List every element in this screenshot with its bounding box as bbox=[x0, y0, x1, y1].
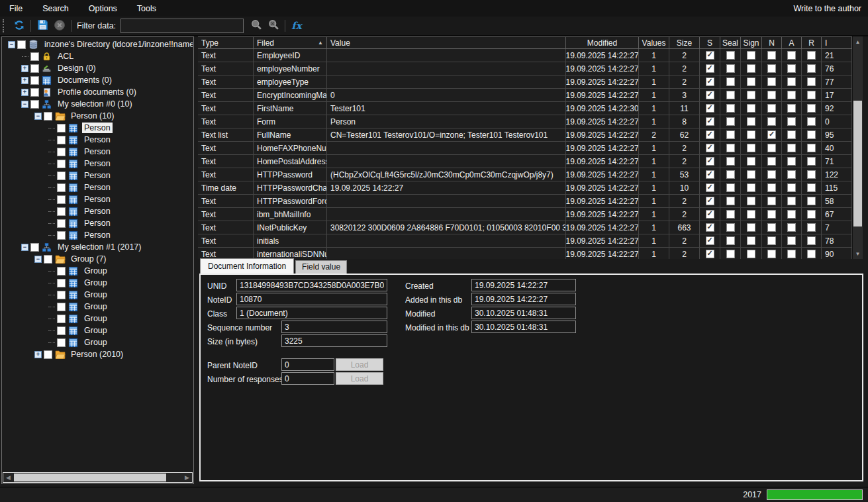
tree-checkbox[interactable] bbox=[30, 52, 39, 61]
tree-item[interactable]: Person bbox=[3, 146, 193, 158]
cell-n[interactable] bbox=[762, 195, 782, 208]
cell-n[interactable] bbox=[762, 115, 782, 128]
class-field[interactable] bbox=[236, 307, 387, 319]
cell-a[interactable] bbox=[782, 155, 802, 168]
cell-seal[interactable] bbox=[720, 102, 741, 115]
sign-checkbox[interactable] bbox=[747, 183, 755, 192]
cell-s[interactable] bbox=[700, 102, 720, 115]
n-checkbox[interactable] bbox=[767, 223, 776, 232]
cell-sign[interactable] bbox=[741, 102, 762, 115]
tree-item[interactable]: −Person (10) bbox=[3, 110, 193, 122]
tree-item-label[interactable]: Person bbox=[82, 230, 113, 240]
cell-n[interactable] bbox=[762, 62, 782, 75]
field-row[interactable]: TextHTTPPassword(HCbpZxOlCqLft4G5rc5l/zJ… bbox=[198, 168, 853, 181]
n-checkbox[interactable] bbox=[767, 91, 776, 99]
cell-n[interactable] bbox=[762, 168, 782, 181]
a-checkbox[interactable] bbox=[787, 236, 796, 245]
s-checkbox[interactable] bbox=[706, 250, 714, 258]
tree-checkbox[interactable] bbox=[44, 112, 52, 121]
cell-r[interactable] bbox=[802, 181, 822, 195]
tree-item-label[interactable]: Group bbox=[82, 301, 109, 312]
collapse-minus-icon[interactable]: − bbox=[21, 101, 28, 108]
cell-a[interactable] bbox=[782, 89, 802, 102]
cell-seal[interactable] bbox=[720, 142, 741, 155]
sign-checkbox[interactable] bbox=[747, 144, 755, 152]
n-checkbox[interactable] bbox=[767, 170, 776, 179]
a-checkbox[interactable] bbox=[787, 250, 796, 258]
cell-seal[interactable] bbox=[720, 75, 741, 89]
cell-seal[interactable] bbox=[720, 181, 741, 195]
seal-checkbox[interactable] bbox=[726, 51, 735, 60]
cell-sign[interactable] bbox=[741, 234, 762, 248]
save-button[interactable] bbox=[34, 18, 51, 34]
tree-checkbox[interactable] bbox=[57, 267, 66, 276]
cell-a[interactable] bbox=[782, 62, 802, 75]
column-header-r[interactable]: R bbox=[802, 36, 822, 49]
column-header-s[interactable]: S bbox=[700, 36, 720, 49]
tree-item[interactable]: Group bbox=[3, 289, 193, 301]
cell-seal[interactable] bbox=[720, 128, 741, 142]
cell-a[interactable] bbox=[782, 102, 802, 115]
size-field[interactable] bbox=[281, 334, 387, 347]
expand-plus-icon[interactable]: + bbox=[21, 89, 28, 96]
cell-r[interactable] bbox=[802, 208, 822, 221]
cell-sign[interactable] bbox=[741, 49, 762, 62]
seal-checkbox[interactable] bbox=[726, 91, 735, 99]
cell-n[interactable] bbox=[762, 49, 782, 62]
n-checkbox[interactable] bbox=[767, 144, 776, 152]
tree-item-label[interactable]: Person bbox=[82, 146, 113, 157]
n-checkbox[interactable] bbox=[767, 183, 776, 192]
collapse-minus-icon[interactable]: − bbox=[8, 41, 15, 48]
cell-s[interactable] bbox=[700, 75, 720, 89]
sign-checkbox[interactable] bbox=[747, 77, 755, 86]
s-checkbox[interactable] bbox=[706, 91, 714, 99]
tree-checkbox[interactable] bbox=[57, 136, 66, 144]
cell-n[interactable] bbox=[762, 181, 782, 195]
collapse-minus-icon[interactable]: − bbox=[34, 113, 42, 120]
tab-field-value[interactable]: Field value bbox=[295, 260, 347, 274]
collapse-minus-icon[interactable]: − bbox=[34, 256, 42, 263]
s-checkbox[interactable] bbox=[706, 157, 714, 166]
tree-checkbox[interactable] bbox=[30, 243, 39, 252]
s-checkbox[interactable] bbox=[706, 77, 714, 86]
tree-item-label[interactable]: Group bbox=[82, 325, 109, 336]
r-checkbox[interactable] bbox=[807, 144, 816, 152]
tree-item-label[interactable]: Person bbox=[82, 158, 113, 169]
sign-checkbox[interactable] bbox=[747, 117, 755, 126]
tree-item-label[interactable]: Person (2010) bbox=[69, 349, 125, 360]
cell-s[interactable] bbox=[700, 128, 720, 142]
r-checkbox[interactable] bbox=[807, 130, 816, 139]
field-row[interactable]: Textibm_bhMailInfo19.09.2025 14:22:27126… bbox=[198, 208, 853, 221]
tree-item-label[interactable]: Group bbox=[82, 277, 109, 288]
tree-item[interactable]: ACL bbox=[3, 50, 193, 62]
column-header-n[interactable]: N bbox=[762, 36, 782, 49]
cell-seal[interactable] bbox=[720, 168, 741, 181]
tree-item[interactable]: Person bbox=[3, 122, 193, 134]
cell-sign[interactable] bbox=[741, 195, 762, 208]
n-checkbox[interactable] bbox=[767, 130, 776, 139]
collapse-minus-icon[interactable]: − bbox=[21, 244, 28, 251]
scrollbar-thumb[interactable] bbox=[14, 474, 166, 481]
tree-item-label[interactable]: Profile documents (0) bbox=[56, 87, 138, 97]
field-row[interactable]: Time dateHTTPPasswordChan...19.09.2025 1… bbox=[198, 181, 853, 195]
r-checkbox[interactable] bbox=[807, 51, 816, 60]
tree-item-label[interactable]: Person bbox=[82, 170, 113, 181]
tree-checkbox[interactable] bbox=[57, 326, 66, 335]
cell-s[interactable] bbox=[700, 168, 720, 181]
cell-s[interactable] bbox=[700, 208, 720, 221]
sign-checkbox[interactable] bbox=[747, 91, 755, 99]
sign-checkbox[interactable] bbox=[747, 130, 755, 139]
cell-seal[interactable] bbox=[720, 248, 741, 259]
sign-checkbox[interactable] bbox=[747, 104, 755, 113]
cell-s[interactable] bbox=[700, 234, 720, 248]
seal-checkbox[interactable] bbox=[726, 223, 735, 232]
tree-item-label[interactable]: Documents (0) bbox=[56, 75, 114, 85]
field-row[interactable]: TextFormPerson19.09.2025 14:22:27180 bbox=[198, 115, 853, 128]
tree-item-label[interactable]: Person (10) bbox=[69, 111, 116, 121]
s-checkbox[interactable] bbox=[706, 236, 714, 245]
tree-item[interactable]: Person bbox=[3, 229, 193, 241]
cell-n[interactable] bbox=[762, 89, 782, 102]
cell-s[interactable] bbox=[700, 142, 720, 155]
cell-seal[interactable] bbox=[720, 62, 741, 75]
seal-checkbox[interactable] bbox=[726, 210, 735, 219]
